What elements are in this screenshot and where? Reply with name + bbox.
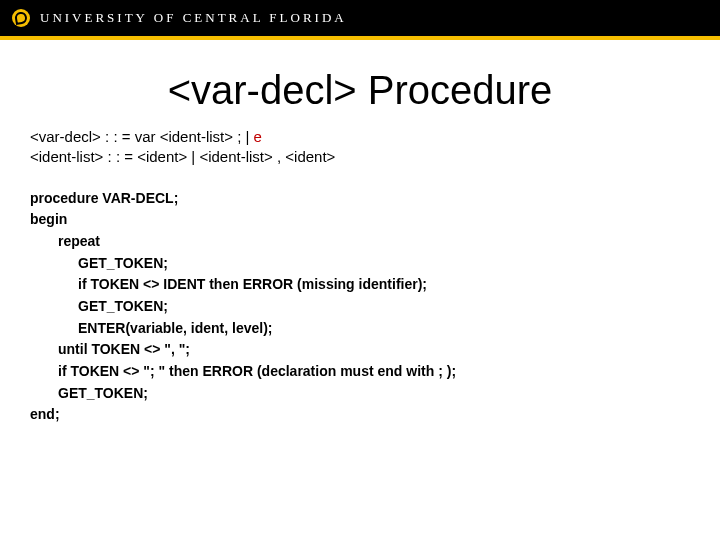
grammar-line-2: <ident-list> : : = <ident> | <ident-list…: [30, 147, 690, 167]
nt-ident: <ident>: [285, 148, 335, 165]
code-line: begin: [30, 209, 690, 231]
grammar-text: ; |: [233, 128, 254, 145]
grammar-text: : : = var: [101, 128, 160, 145]
nt-var-decl: <var-decl>: [30, 128, 101, 145]
grammar-text: ,: [273, 148, 286, 165]
code-line: repeat: [30, 231, 690, 253]
code-line: end;: [30, 404, 690, 426]
nt-ident: <ident>: [137, 148, 187, 165]
slide-title: <var-decl> Procedure: [30, 68, 690, 113]
grammar-block: <var-decl> : : = var <ident-list> ; | e …: [30, 127, 690, 168]
code-line: if TOKEN <> IDENT then ERROR (missing id…: [30, 274, 690, 296]
code-line: GET_TOKEN;: [30, 296, 690, 318]
code-line: GET_TOKEN;: [30, 253, 690, 275]
nt-ident-list: <ident-list>: [30, 148, 103, 165]
slide-content: <var-decl> Procedure <var-decl> : : = va…: [0, 40, 720, 426]
code-line: if TOKEN <> "; " then ERROR (declaration…: [30, 361, 690, 383]
ucf-logo-icon: [12, 9, 30, 27]
epsilon: e: [254, 128, 262, 145]
grammar-text: : : =: [103, 148, 137, 165]
code-line: GET_TOKEN;: [30, 383, 690, 405]
code-line: until TOKEN <> ", ";: [30, 339, 690, 361]
code-line: procedure VAR-DECL;: [30, 188, 690, 210]
nt-ident-list: <ident-list>: [199, 148, 272, 165]
header-bar: UNIVERSITY OF CENTRAL FLORIDA: [0, 0, 720, 36]
university-name: UNIVERSITY OF CENTRAL FLORIDA: [40, 10, 347, 26]
code-line: ENTER(variable, ident, level);: [30, 318, 690, 340]
nt-ident-list: <ident-list>: [160, 128, 233, 145]
pegasus-mark: [14, 11, 28, 25]
grammar-line-1: <var-decl> : : = var <ident-list> ; | e: [30, 127, 690, 147]
grammar-text: |: [187, 148, 199, 165]
procedure-code: procedure VAR-DECL; begin repeat GET_TOK…: [30, 188, 690, 427]
